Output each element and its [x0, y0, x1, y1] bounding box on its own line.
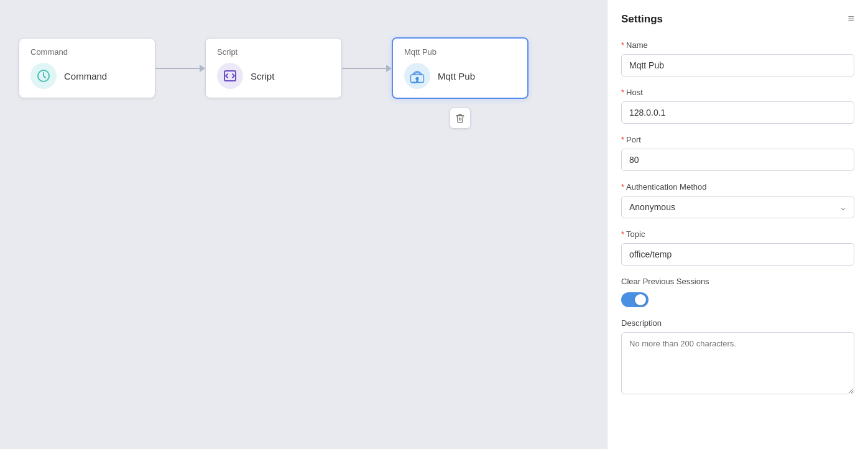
svg-text:MQTT: MQTT: [411, 81, 419, 84]
arrow-connector-2: [342, 65, 392, 72]
port-input[interactable]: [621, 149, 854, 171]
description-field-group: Description: [621, 318, 854, 397]
auth-select[interactable]: Anonymous Username/Password Certificate: [621, 196, 854, 218]
script-node-title: Script: [217, 47, 330, 57]
clear-sessions-field-group: Clear Previous Sessions: [621, 277, 854, 307]
host-field-label: * Host: [621, 88, 854, 97]
svg-point-3: [415, 77, 418, 80]
port-field-group: * Port: [621, 135, 854, 171]
name-input[interactable]: [621, 54, 854, 76]
mqtt-node-icon: MQTT: [404, 63, 430, 89]
delete-node-button[interactable]: [450, 108, 471, 129]
command-node[interactable]: Command Command: [19, 38, 155, 98]
command-node-body: Command: [30, 63, 144, 89]
settings-title: Settings: [621, 13, 663, 25]
script-node[interactable]: Script Script: [205, 38, 342, 98]
arrow-line-2: [342, 68, 386, 69]
canvas-area: Command Command Script: [0, 0, 607, 449]
host-field-group: * Host: [621, 88, 854, 124]
toggle-track: [621, 292, 649, 307]
trash-icon: [455, 113, 465, 123]
topic-field-label: * Topic: [621, 229, 854, 239]
description-field-label: Description: [621, 318, 854, 328]
arrow-line-1: [155, 68, 200, 69]
mqtt-node-body: MQTT Mqtt Pub: [404, 63, 516, 89]
command-node-title: Command: [30, 47, 144, 57]
clock-icon: [36, 68, 51, 83]
port-required-star: *: [621, 135, 624, 144]
settings-menu-icon[interactable]: ≡: [847, 12, 854, 25]
mqtt-icon: MQTT: [409, 67, 426, 85]
settings-panel: Settings ≡ * Name * Host * Port * Authen…: [607, 0, 868, 449]
script-node-body: Script: [217, 63, 330, 89]
auth-field-group: * Authentication Method Anonymous Userna…: [621, 182, 854, 218]
auth-field-label: * Authentication Method: [621, 182, 854, 192]
arrow-head-1: [200, 65, 205, 72]
topic-input[interactable]: [621, 243, 854, 266]
description-textarea[interactable]: [621, 332, 854, 394]
command-node-icon: [30, 63, 57, 89]
name-field-label: * Name: [621, 40, 854, 50]
script-node-label: Script: [251, 71, 274, 81]
clear-sessions-label: Clear Previous Sessions: [621, 277, 854, 286]
host-input[interactable]: [621, 101, 854, 124]
topic-required-star: *: [621, 229, 624, 239]
script-node-icon: [217, 63, 243, 89]
host-required-star: *: [621, 88, 624, 97]
topic-field-group: * Topic: [621, 229, 854, 266]
arrow-connector-1: [155, 65, 205, 72]
mqtt-node-title: Mqtt Pub: [404, 47, 516, 57]
settings-header: Settings ≡: [621, 12, 854, 25]
auth-required-star: *: [621, 182, 624, 192]
command-node-label: Command: [64, 71, 107, 81]
clear-sessions-toggle[interactable]: [621, 292, 649, 307]
toggle-thumb: [635, 294, 646, 305]
flow-container: Command Command Script: [0, 0, 607, 136]
mqtt-node-label: Mqtt Pub: [438, 71, 475, 81]
mqtt-node[interactable]: Mqtt Pub MQTT Mqtt Pub: [392, 37, 529, 99]
code-icon: [223, 68, 238, 83]
auth-select-wrapper: Anonymous Username/Password Certificate …: [621, 196, 854, 218]
name-field-group: * Name: [621, 40, 854, 76]
arrow-head-2: [386, 65, 392, 72]
name-required-star: *: [621, 40, 624, 50]
port-field-label: * Port: [621, 135, 854, 144]
